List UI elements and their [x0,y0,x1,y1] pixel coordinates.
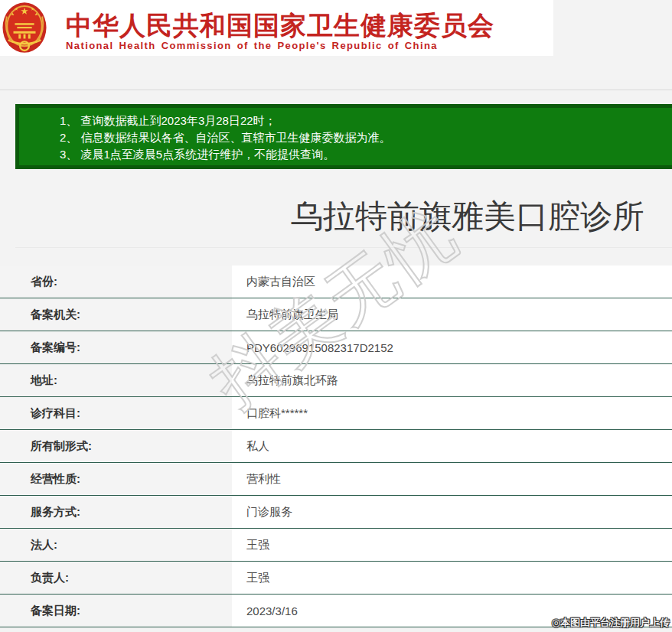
notice-line-1: 1、 查询数据截止到2023年3月28日22时； [60,112,672,129]
china-national-emblem-icon [2,2,47,54]
row-label: 诊疗科目: [0,397,232,429]
row-value: 乌拉特前旗卫生局 [232,298,672,331]
table-row-business-nature: 经营性质: 营利性 [0,463,672,496]
table-row-address: 地址: 乌拉特前旗北环路 [0,364,672,397]
row-label: 地址: [0,364,232,396]
row-value: 营利性 [232,463,672,495]
row-label: 法人: [0,529,232,561]
site-title-english: National Health Commission of the People… [66,40,438,51]
row-label: 负责人: [0,562,232,594]
table-row-ownership-form: 所有制形式: 私人 [0,430,672,463]
site-header: 中华人民共和国国家卫生健康委员会 National Health Commiss… [0,0,553,56]
section-divider [15,247,672,248]
table-row-filing-authority: 备案机关: 乌拉特前旗卫生局 [0,298,672,331]
notice-line-2: 2、 信息数据结果以各省、自治区、直辖市卫生健康委数据为准。 [60,129,672,146]
row-label: 备案日期: [0,595,232,627]
table-row-service-mode: 服务方式: 门诊服务 [0,496,672,529]
row-value: 门诊服务 [232,496,672,528]
row-value: PDY60296915082317D2152 [232,331,672,363]
row-value: 内蒙古自治区 [232,266,672,298]
row-value: 私人 [232,430,672,462]
row-value: 王强 [232,562,672,594]
row-label: 备案编号: [0,331,232,363]
table-row-treatment-subjects: 诊疗科目: 口腔科****** [0,397,672,430]
row-value: 乌拉特前旗北环路 [232,364,672,396]
notice-box: 1、 查询数据截止到2023年3月28日22时； 2、 信息数据结果以各省、自治… [15,104,672,169]
row-label: 经营性质: [0,463,232,495]
row-value: 口腔科****** [232,397,672,429]
notice-line-3: 3、 凌晨1点至凌晨5点系统进行维护，不能提供查询。 [60,146,672,163]
row-label: 省份: [0,266,232,298]
table-row-legal-person: 法人: 王强 [0,529,672,562]
row-label: 备案机关: [0,298,232,331]
record-table: 省份: 内蒙古自治区 备案机关: 乌拉特前旗卫生局 备案编号: PDY60296… [0,266,672,627]
row-label: 所有制形式: [0,430,232,462]
table-row-filing-number: 备案编号: PDY60296915082317D2152 [0,331,672,364]
site-title-chinese: 中华人民共和国国家卫生健康委员会 [66,8,494,44]
institution-name-title: 乌拉特前旗雅美口腔诊所 [291,199,644,234]
row-label: 服务方式: [0,496,232,528]
header-divider [0,90,672,90]
table-row-person-in-charge: 负责人: 王强 [0,562,672,595]
row-value: 王强 [232,529,672,561]
uploaded-by-user-badge: ◎本图由平台注册用户上传 [552,616,670,630]
table-row-province: 省份: 内蒙古自治区 [0,266,672,298]
